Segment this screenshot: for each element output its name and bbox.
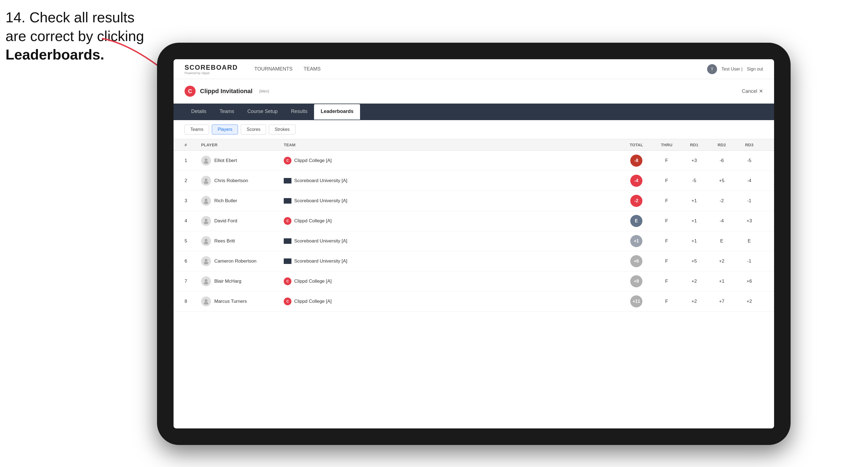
- logo-area: SCOREBOARD Powered by clippd: [185, 64, 238, 75]
- rank-cell: 5: [185, 238, 201, 244]
- tablet-screen: SCOREBOARD Powered by clippd TOURNAMENTS…: [174, 59, 774, 429]
- total-cell: -4: [620, 175, 653, 187]
- table-body: 1 Elliot Ebert C Clippd College [A] -8 F…: [174, 151, 774, 312]
- instruction-line1: 14. Check all results: [5, 9, 134, 25]
- player-name: David Ford: [214, 218, 237, 224]
- player-cell: Marcus Turners: [201, 297, 284, 306]
- rd3-cell: -5: [736, 158, 763, 163]
- filter-teams[interactable]: Teams: [185, 125, 209, 134]
- team-name: Scoreboard University [A]: [294, 258, 347, 264]
- tab-results[interactable]: Results: [284, 103, 314, 120]
- tab-details[interactable]: Details: [185, 103, 213, 120]
- team-name: Scoreboard University [A]: [294, 178, 347, 184]
- nav-teams[interactable]: TEAMS: [304, 66, 321, 72]
- tournament-left: C Clippd Invitational (Men): [185, 86, 269, 97]
- team-name: Scoreboard University [A]: [294, 198, 347, 204]
- svg-point-6: [204, 201, 208, 204]
- tab-course-setup[interactable]: Course Setup: [241, 103, 284, 120]
- logo-text: SCOREBOARD: [185, 64, 238, 71]
- player-avatar: [201, 297, 211, 306]
- rd3-cell: +6: [736, 279, 763, 284]
- player-cell: Elliot Ebert: [201, 156, 284, 165]
- player-name: Rich Butler: [214, 198, 237, 204]
- thru-cell: F: [653, 158, 680, 163]
- rd1-cell: -5: [680, 178, 708, 184]
- score-badge: -2: [630, 195, 642, 207]
- svg-point-11: [205, 259, 208, 262]
- filter-players[interactable]: Players: [212, 125, 238, 134]
- svg-point-16: [204, 302, 208, 305]
- player-avatar: [201, 196, 211, 206]
- svg-point-12: [204, 262, 208, 264]
- total-cell: +9: [620, 275, 653, 287]
- rank-cell: 8: [185, 299, 201, 304]
- rank-cell: 4: [185, 218, 201, 224]
- player-avatar: [201, 236, 211, 246]
- rd2-cell: E: [708, 238, 736, 244]
- col-rank: #: [185, 143, 201, 147]
- cancel-icon: ✕: [759, 88, 763, 94]
- team-logo-clippd: C: [284, 298, 291, 305]
- team-name: Scoreboard University [A]: [294, 238, 347, 244]
- tab-teams[interactable]: Teams: [213, 103, 241, 120]
- rd1-cell: +1: [680, 218, 708, 224]
- rank-cell: 6: [185, 258, 201, 264]
- col-rd1: RD1: [680, 143, 708, 147]
- team-cell: C Clippd College [A]: [284, 157, 383, 164]
- total-cell: -8: [620, 155, 653, 167]
- filter-strokes[interactable]: Strokes: [269, 125, 295, 134]
- tablet-device: SCOREBOARD Powered by clippd TOURNAMENTS…: [157, 43, 790, 445]
- player-cell: Rees Britt: [201, 236, 284, 246]
- svg-point-13: [205, 279, 208, 282]
- rd2-cell: -4: [708, 218, 736, 224]
- rd1-cell: +5: [680, 258, 708, 264]
- team-name: Clippd College [A]: [294, 158, 332, 163]
- rd2-cell: -2: [708, 198, 736, 204]
- thru-cell: F: [653, 258, 680, 264]
- team-name: Clippd College [A]: [294, 299, 332, 304]
- thru-cell: F: [653, 198, 680, 204]
- thru-cell: F: [653, 279, 680, 284]
- team-logo-clippd: C: [284, 157, 291, 164]
- instruction-line2: are correct by clicking: [5, 28, 144, 44]
- table-row: 5 Rees Britt Scoreboard University [A] +…: [174, 231, 774, 251]
- tab-leaderboards[interactable]: Leaderboards: [314, 104, 360, 120]
- score-badge: +9: [630, 275, 642, 287]
- team-logo-sb: [284, 178, 291, 184]
- svg-point-15: [205, 299, 208, 302]
- sign-out-link[interactable]: Sign out: [747, 67, 763, 72]
- score-badge: E: [630, 215, 642, 227]
- team-logo-sb: [284, 198, 291, 204]
- team-logo-clippd: C: [284, 217, 291, 225]
- col-rd2: RD2: [708, 143, 736, 147]
- player-name: Chris Robertson: [214, 178, 248, 184]
- player-name: Rees Britt: [214, 238, 235, 244]
- team-cell: Scoreboard University [A]: [284, 258, 383, 264]
- rd1-cell: +2: [680, 279, 708, 284]
- user-name: Test User |: [721, 67, 742, 72]
- nav-right: T Test User | Sign out: [707, 64, 763, 74]
- player-avatar: [201, 276, 211, 286]
- cancel-label: Cancel: [742, 88, 757, 94]
- col-team: TEAM: [284, 143, 383, 147]
- table-header: # PLAYER TEAM TOTAL THRU RD1 RD2 RD3: [174, 139, 774, 151]
- total-cell: +6: [620, 255, 653, 267]
- svg-point-1: [205, 158, 208, 161]
- team-name: Clippd College [A]: [294, 279, 332, 284]
- rd2-cell: +1: [708, 279, 736, 284]
- team-cell: C Clippd College [A]: [284, 277, 383, 285]
- cancel-button[interactable]: Cancel ✕: [742, 88, 763, 94]
- rd3-cell: -1: [736, 258, 763, 264]
- svg-point-9: [205, 239, 208, 242]
- svg-point-3: [205, 179, 208, 181]
- thru-cell: F: [653, 178, 680, 184]
- tournament-logo: C: [185, 86, 195, 97]
- nav-tournaments[interactable]: TOURNAMENTS: [254, 66, 292, 72]
- score-badge: +11: [630, 295, 642, 308]
- thru-cell: F: [653, 238, 680, 244]
- table-row: 3 Rich Butler Scoreboard University [A] …: [174, 191, 774, 211]
- svg-point-14: [204, 282, 208, 284]
- tournament-badge: (Men): [259, 89, 270, 93]
- total-cell: E: [620, 215, 653, 227]
- filter-scores[interactable]: Scores: [241, 125, 266, 134]
